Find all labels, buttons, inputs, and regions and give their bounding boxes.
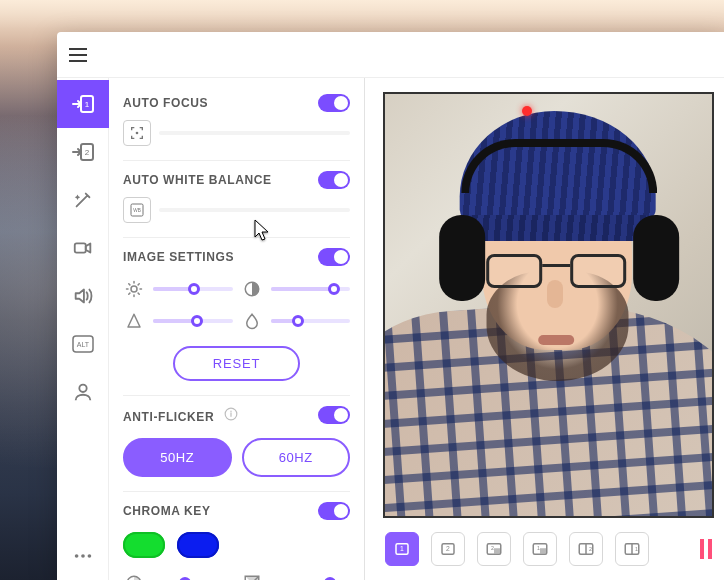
- info-icon[interactable]: [224, 407, 238, 421]
- image-settings-title: IMAGE SETTINGS: [123, 250, 234, 264]
- svg-point-13: [131, 286, 137, 292]
- rail-input-1[interactable]: 1: [57, 80, 109, 128]
- svg-point-9: [87, 554, 91, 558]
- layout-2-button[interactable]: 2: [431, 532, 465, 566]
- svg-text:1: 1: [537, 545, 540, 551]
- sharpness-slider[interactable]: [153, 319, 233, 323]
- contrast-icon: [241, 280, 263, 298]
- hue-icon: [123, 574, 145, 580]
- rail-profile[interactable]: [57, 368, 109, 416]
- layout-split1-icon: 1: [623, 540, 641, 558]
- layout-1-button[interactable]: 1: [385, 532, 419, 566]
- saturation-icon: [241, 312, 263, 330]
- svg-rect-26: [540, 548, 546, 553]
- preview-scene: [385, 94, 712, 516]
- video-preview[interactable]: [383, 92, 714, 518]
- svg-rect-23: [494, 548, 500, 553]
- image-settings-section: IMAGE SETTINGS: [123, 238, 350, 396]
- rail-more[interactable]: [57, 532, 109, 580]
- awb-section: AUTO WHITE BALANCE WB: [123, 161, 350, 238]
- chroma-color-blue[interactable]: [177, 532, 219, 558]
- layout-pip-2-button[interactable]: 2: [477, 532, 511, 566]
- svg-text:2: 2: [84, 148, 89, 157]
- anti-flicker-title: ANTI-FLICKER: [123, 410, 214, 424]
- magic-wand-icon: [72, 189, 94, 211]
- layout-pip2-icon: 2: [485, 540, 503, 558]
- awb-toggle[interactable]: [318, 171, 350, 189]
- chroma-key-title: CHROMA KEY: [123, 504, 211, 518]
- brightness-icon: [123, 280, 145, 298]
- sharpness-icon: [123, 312, 145, 330]
- flicker-60hz-button[interactable]: 60HZ: [242, 438, 351, 477]
- alt-key-icon: ALT: [71, 334, 95, 354]
- chroma-color-green[interactable]: [123, 532, 165, 558]
- left-rail: 1 2: [57, 78, 109, 580]
- rail-effects[interactable]: [57, 176, 109, 224]
- svg-point-6: [79, 385, 86, 392]
- svg-text:1: 1: [84, 100, 89, 109]
- image-settings-toggle[interactable]: [318, 248, 350, 266]
- wb-slider[interactable]: [159, 208, 350, 212]
- chroma-key-section: CHROMA KEY: [123, 492, 350, 580]
- svg-text:2: 2: [446, 545, 450, 552]
- user-icon: [72, 381, 94, 403]
- layout-single2-icon: 2: [439, 540, 457, 558]
- saturation-slider[interactable]: [271, 319, 351, 323]
- brightness-slider[interactable]: [153, 287, 233, 291]
- wb-preset-button[interactable]: WB: [123, 197, 151, 223]
- focus-target-button[interactable]: [123, 120, 151, 146]
- auto-focus-toggle[interactable]: [318, 94, 350, 112]
- focus-target-icon: [129, 125, 145, 141]
- alt-key-label: ALT: [76, 341, 89, 348]
- camera-settings-panel[interactable]: AUTO FOCUS AUTO WHITE BALANCE: [109, 78, 365, 580]
- rail-video[interactable]: [57, 224, 109, 272]
- input-1-icon: 1: [71, 92, 95, 116]
- preview-pane: 1 2 2 1 2 1: [365, 78, 724, 580]
- speaker-icon: [72, 285, 94, 307]
- input-2-icon: 2: [71, 140, 95, 164]
- title-bar: [57, 32, 724, 78]
- menu-hamburger-icon[interactable]: [69, 41, 97, 69]
- anti-flicker-toggle[interactable]: [318, 406, 350, 424]
- layout-toolbar: 1 2 2 1 2 1: [383, 518, 714, 566]
- reset-button[interactable]: RESET: [173, 346, 300, 381]
- svg-text:2: 2: [491, 545, 494, 551]
- svg-text:1: 1: [635, 546, 638, 552]
- focus-slider[interactable]: [159, 131, 350, 135]
- awb-title: AUTO WHITE BALANCE: [123, 173, 272, 187]
- rail-input-2[interactable]: 2: [57, 128, 109, 176]
- svg-point-10: [136, 132, 139, 135]
- svg-point-7: [74, 554, 78, 558]
- app-window: 1 2: [57, 32, 724, 580]
- wb-icon: WB: [129, 202, 145, 218]
- more-icon: [72, 545, 94, 567]
- auto-focus-title: AUTO FOCUS: [123, 96, 208, 110]
- layout-pip-1-button[interactable]: 1: [523, 532, 557, 566]
- auto-focus-section: AUTO FOCUS: [123, 84, 350, 161]
- contrast-slider[interactable]: [271, 287, 351, 291]
- svg-text:1: 1: [400, 545, 404, 552]
- rail-alt[interactable]: ALT: [57, 320, 109, 368]
- rail-audio[interactable]: [57, 272, 109, 320]
- svg-rect-4: [74, 243, 85, 252]
- tolerance-icon: [241, 574, 263, 580]
- camera-icon: [72, 237, 94, 259]
- chroma-key-toggle[interactable]: [318, 502, 350, 520]
- svg-text:2: 2: [589, 546, 592, 552]
- layout-pip1-icon: 1: [531, 540, 549, 558]
- pause-button[interactable]: [700, 539, 712, 559]
- layout-split-2-button[interactable]: 2: [569, 532, 603, 566]
- layout-split2-icon: 2: [577, 540, 595, 558]
- svg-text:WB: WB: [133, 208, 141, 213]
- layout-single-icon: 1: [393, 540, 411, 558]
- svg-point-8: [81, 554, 85, 558]
- layout-split-1-button[interactable]: 1: [615, 532, 649, 566]
- anti-flicker-section: ANTI-FLICKER 50HZ 60HZ: [123, 396, 350, 492]
- flicker-50hz-button[interactable]: 50HZ: [123, 438, 232, 477]
